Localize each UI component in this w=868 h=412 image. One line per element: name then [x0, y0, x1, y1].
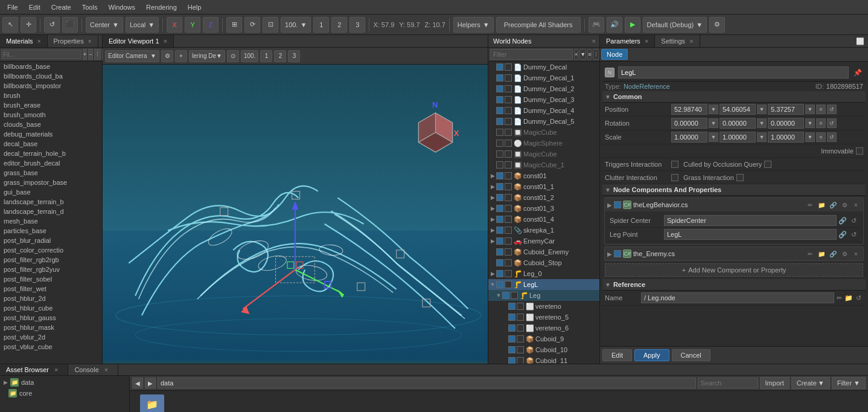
wn-vis-checkbox[interactable]: [496, 281, 503, 288]
wn-item-const01-4[interactable]: ▶ 📦 const01_4: [488, 214, 599, 225]
wn-item-magic-cube-b1[interactable]: 🔲 MagicCube_1: [488, 159, 599, 170]
y-axis-btn[interactable]: Y: [185, 17, 200, 33]
wn-vis-checkbox[interactable]: [496, 96, 503, 103]
list-item[interactable]: particles_base: [0, 226, 102, 236]
wn-lock-checkbox[interactable]: [505, 150, 512, 158]
list-item[interactable]: post_hblur_cube: [0, 303, 102, 313]
apply-button[interactable]: Apply: [634, 349, 669, 361]
comp-file-btn[interactable]: 📁: [817, 200, 826, 210]
wn-item-const01-1[interactable]: ▶ 📦 const01_1: [488, 181, 599, 192]
close-materials-tab[interactable]: ×: [37, 38, 41, 45]
list-item[interactable]: post_vblur_cube: [0, 342, 102, 352]
list-item[interactable]: landscape_terrain_d: [0, 207, 102, 216]
menu-item-create[interactable]: Create: [46, 2, 76, 12]
wn-item-vereteno-6[interactable]: ⬜ vereteno_6: [488, 323, 599, 333]
ab-path-input[interactable]: [158, 378, 696, 388]
list-item[interactable]: post_color_correctio: [0, 245, 102, 255]
wn-item-dummy-decal-2[interactable]: 📄 Dummy_Decal_2: [488, 83, 599, 94]
wn-lock-checkbox[interactable]: [517, 346, 524, 353]
list-item[interactable]: decal_base: [0, 139, 102, 149]
wn-item-cuboid-enemy[interactable]: 📦 Cuboid_Enemy: [488, 246, 599, 257]
spider-center-link-btn[interactable]: 🔗: [838, 216, 847, 225]
wn-vis-checkbox[interactable]: [496, 150, 503, 158]
render-mode-dropdown[interactable]: lering De▼: [189, 50, 225, 62]
wn-lock-checkbox[interactable]: [505, 63, 512, 71]
wn-item-cuboid-9[interactable]: 📦 Cuboid_9: [488, 333, 599, 344]
tab-editor-viewport[interactable]: Editor Viewport 1 ×: [103, 35, 174, 47]
materials-del-btn[interactable]: −: [88, 49, 92, 60]
wn-vis-checkbox[interactable]: [496, 118, 503, 125]
tab-properties[interactable]: Properties ×: [48, 35, 98, 47]
wn-lock-checkbox[interactable]: [505, 140, 512, 147]
wn-item-leg[interactable]: ▼ 🦵 Leg: [488, 290, 599, 301]
cancel-button[interactable]: Cancel: [672, 349, 710, 361]
comp-enable-checkbox[interactable]: [614, 250, 621, 257]
wn-item-leg-0[interactable]: ▶ 🦵 Leg_0: [488, 268, 599, 279]
wn-item-enemy-car[interactable]: ▶ 🚗 EnemyCar: [488, 236, 599, 246]
list-item[interactable]: post_hblur_mask: [0, 323, 102, 332]
wn-item-dummy-decal-3[interactable]: 📄 Dummy_Decal_3: [488, 94, 599, 105]
layout2-btn[interactable]: 2: [331, 17, 347, 33]
camera-dropdown[interactable]: Editor Camera▼: [105, 50, 159, 62]
layout1-btn[interactable]: 1: [313, 17, 329, 33]
ab-import-btn[interactable]: Import: [760, 377, 790, 389]
tab-console[interactable]: Console ×: [68, 364, 118, 375]
wn-lock-checkbox[interactable]: [505, 118, 512, 125]
audio-btn[interactable]: 🔊: [607, 17, 622, 33]
layout1[interactable]: 1: [260, 50, 272, 62]
compile-shaders-btn[interactable]: Precompile All Shaders: [496, 17, 581, 33]
settings-btn[interactable]: ⚙: [709, 17, 725, 33]
ab-filter-btn[interactable]: Filter▼: [832, 377, 866, 389]
wn-vis-checkbox[interactable]: [496, 140, 503, 147]
z-axis-btn[interactable]: Z: [203, 17, 219, 33]
scale-x-input[interactable]: [671, 132, 707, 143]
comp-close-btn[interactable]: ×: [851, 200, 861, 210]
spider-center-input[interactable]: [664, 215, 837, 226]
position-y-expand-btn[interactable]: ▼: [757, 105, 767, 114]
debug-mode-dropdown[interactable]: Default (Debug)▼: [643, 17, 707, 33]
close-settings-tab[interactable]: ×: [689, 37, 693, 45]
leg-point-reset-btn[interactable]: ↺: [849, 230, 858, 239]
materials-filter-input[interactable]: [1, 50, 81, 59]
wn-lock-checkbox[interactable]: [505, 183, 512, 190]
menu-item-rendering[interactable]: Rendering: [141, 2, 182, 12]
wn-lock-checkbox[interactable]: [505, 248, 512, 256]
wn-settings-btn[interactable]: ⋮: [593, 49, 599, 60]
close-world-nodes[interactable]: ×: [589, 37, 599, 45]
wn-lock-checkbox[interactable]: [511, 292, 518, 299]
list-item[interactable]: gui_base: [0, 187, 102, 197]
ab-forward-btn[interactable]: ▶: [145, 378, 156, 388]
ab-search-input[interactable]: [698, 378, 758, 388]
wn-vis-checkbox[interactable]: [508, 357, 515, 364]
wn-item-dummy-decal-4[interactable]: 📄 Dummy_Decal_4: [488, 105, 599, 116]
grass-interaction-checkbox[interactable]: [736, 174, 744, 181]
rotation-x-input[interactable]: [671, 118, 707, 129]
comp-link-btn[interactable]: 🔗: [828, 200, 838, 210]
reference-reset-btn[interactable]: ↺: [854, 293, 863, 303]
x-axis-btn[interactable]: X: [167, 17, 182, 33]
center-mode-dropdown[interactable]: Center▼: [86, 17, 123, 33]
wn-lock-checkbox[interactable]: [505, 85, 512, 92]
menu-item-help[interactable]: Help: [183, 2, 206, 12]
comp-settings-btn[interactable]: ⚙: [840, 200, 849, 210]
rotation-reset-btn[interactable]: ↺: [827, 118, 837, 128]
wn-lock-checkbox[interactable]: [505, 270, 512, 277]
world-nodes-filter[interactable]: [490, 49, 573, 60]
wn-lock-checkbox[interactable]: [517, 314, 524, 321]
wn-item-legl[interactable]: ▼ 🦵 LegL: [488, 279, 599, 290]
comp-expand-arrow[interactable]: ▶: [607, 251, 612, 257]
wn-lock-checkbox[interactable]: [517, 324, 524, 332]
rotation-z-expand-btn[interactable]: ▼: [805, 118, 815, 128]
list-item[interactable]: brush: [0, 91, 102, 100]
wn-vis-checkbox[interactable]: [496, 194, 503, 201]
position-menu-btn[interactable]: ≡: [816, 105, 826, 114]
wn-vis-checkbox[interactable]: [508, 346, 515, 353]
scale-menu-btn[interactable]: ≡: [816, 132, 826, 142]
leg-point-link-btn[interactable]: 🔗: [838, 230, 847, 239]
menu-item-edit[interactable]: Edit: [24, 2, 45, 12]
wn-vis-checkbox[interactable]: [508, 335, 515, 343]
tab-asset-browser[interactable]: Asset Browser ×: [0, 364, 68, 375]
tab-materials[interactable]: Materials ×: [0, 35, 48, 47]
list-item[interactable]: brush_erase: [0, 100, 102, 110]
menu-item-tools[interactable]: Tools: [77, 2, 103, 12]
